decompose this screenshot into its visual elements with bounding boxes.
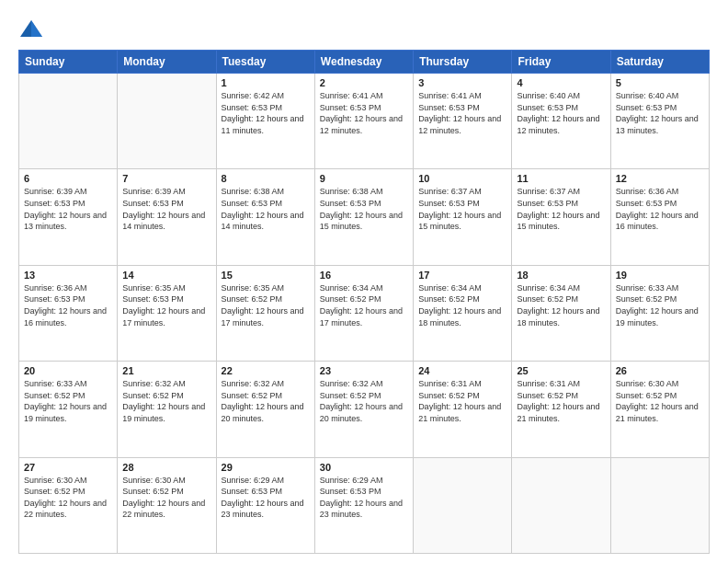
day-info: Sunrise: 6:41 AM Sunset: 6:53 PM Dayligh… xyxy=(320,90,408,136)
day-info: Sunrise: 6:42 AM Sunset: 6:53 PM Dayligh… xyxy=(222,90,310,136)
day-number: 17 xyxy=(418,270,506,281)
day-number: 23 xyxy=(320,365,408,376)
calendar-cell: 26Sunrise: 6:30 AM Sunset: 6:52 PM Dayli… xyxy=(610,362,709,457)
calendar-cell: 27Sunrise: 6:30 AM Sunset: 6:52 PM Dayli… xyxy=(19,457,118,553)
calendar-cell: 4Sunrise: 6:40 AM Sunset: 6:53 PM Daylig… xyxy=(512,74,610,169)
day-info: Sunrise: 6:32 AM Sunset: 6:52 PM Dayligh… xyxy=(222,378,310,424)
day-number: 24 xyxy=(418,365,506,376)
calendar-cell: 10Sunrise: 6:37 AM Sunset: 6:53 PM Dayli… xyxy=(414,169,512,265)
day-number: 3 xyxy=(418,77,506,88)
calendar-cell: 3Sunrise: 6:41 AM Sunset: 6:53 PM Daylig… xyxy=(414,74,512,169)
day-info: Sunrise: 6:31 AM Sunset: 6:52 PM Dayligh… xyxy=(517,378,605,424)
week-row-3: 13Sunrise: 6:36 AM Sunset: 6:53 PM Dayli… xyxy=(19,265,710,361)
day-info: Sunrise: 6:36 AM Sunset: 6:53 PM Dayligh… xyxy=(616,186,704,232)
calendar-cell: 24Sunrise: 6:31 AM Sunset: 6:52 PM Dayli… xyxy=(414,362,512,457)
day-number: 8 xyxy=(222,173,310,184)
page: SundayMondayTuesdayWednesdayThursdayFrid… xyxy=(0,0,728,563)
weekday-header-saturday: Saturday xyxy=(610,51,709,74)
day-number: 11 xyxy=(517,173,605,184)
day-number: 18 xyxy=(517,270,605,281)
day-number: 29 xyxy=(222,462,310,473)
day-info: Sunrise: 6:40 AM Sunset: 6:53 PM Dayligh… xyxy=(616,90,704,136)
calendar-cell: 1Sunrise: 6:42 AM Sunset: 6:53 PM Daylig… xyxy=(216,74,314,169)
day-number: 2 xyxy=(320,77,408,88)
day-info: Sunrise: 6:31 AM Sunset: 6:52 PM Dayligh… xyxy=(418,378,506,424)
day-info: Sunrise: 6:37 AM Sunset: 6:53 PM Dayligh… xyxy=(517,186,605,232)
calendar-cell: 21Sunrise: 6:32 AM Sunset: 6:52 PM Dayli… xyxy=(118,362,216,457)
day-info: Sunrise: 6:36 AM Sunset: 6:53 PM Dayligh… xyxy=(24,282,112,328)
day-number: 25 xyxy=(517,365,605,376)
calendar-cell: 20Sunrise: 6:33 AM Sunset: 6:52 PM Dayli… xyxy=(19,362,118,457)
weekday-header-monday: Monday xyxy=(118,51,216,74)
weekday-header-thursday: Thursday xyxy=(414,51,512,74)
calendar-cell: 23Sunrise: 6:32 AM Sunset: 6:52 PM Dayli… xyxy=(314,362,413,457)
day-info: Sunrise: 6:38 AM Sunset: 6:53 PM Dayligh… xyxy=(320,186,408,232)
day-info: Sunrise: 6:41 AM Sunset: 6:53 PM Dayligh… xyxy=(418,90,506,136)
calendar-cell: 12Sunrise: 6:36 AM Sunset: 6:53 PM Dayli… xyxy=(610,169,709,265)
header xyxy=(18,17,710,42)
day-number: 27 xyxy=(24,462,112,473)
day-info: Sunrise: 6:33 AM Sunset: 6:52 PM Dayligh… xyxy=(24,378,112,424)
day-number: 7 xyxy=(122,173,210,184)
day-number: 15 xyxy=(222,270,310,281)
day-number: 12 xyxy=(616,173,704,184)
day-number: 9 xyxy=(320,173,408,184)
calendar-cell: 17Sunrise: 6:34 AM Sunset: 6:52 PM Dayli… xyxy=(414,265,512,361)
day-number: 5 xyxy=(616,77,704,88)
calendar-cell: 30Sunrise: 6:29 AM Sunset: 6:53 PM Dayli… xyxy=(314,457,413,553)
day-info: Sunrise: 6:32 AM Sunset: 6:52 PM Dayligh… xyxy=(122,378,210,424)
day-number: 1 xyxy=(222,77,310,88)
calendar-cell: 5Sunrise: 6:40 AM Sunset: 6:53 PM Daylig… xyxy=(610,74,709,169)
day-number: 21 xyxy=(122,365,210,376)
day-info: Sunrise: 6:34 AM Sunset: 6:52 PM Dayligh… xyxy=(418,282,506,328)
weekday-header-sunday: Sunday xyxy=(19,51,118,74)
week-row-1: 1Sunrise: 6:42 AM Sunset: 6:53 PM Daylig… xyxy=(19,74,710,169)
day-number: 13 xyxy=(24,270,112,281)
calendar-table: SundayMondayTuesdayWednesdayThursdayFrid… xyxy=(18,50,710,554)
calendar-cell: 19Sunrise: 6:33 AM Sunset: 6:52 PM Dayli… xyxy=(610,265,709,361)
week-row-5: 27Sunrise: 6:30 AM Sunset: 6:52 PM Dayli… xyxy=(19,457,710,553)
day-number: 4 xyxy=(517,77,605,88)
calendar-cell: 16Sunrise: 6:34 AM Sunset: 6:52 PM Dayli… xyxy=(314,265,413,361)
calendar-cell: 29Sunrise: 6:29 AM Sunset: 6:53 PM Dayli… xyxy=(216,457,314,553)
day-number: 14 xyxy=(122,270,210,281)
calendar-cell: 8Sunrise: 6:38 AM Sunset: 6:53 PM Daylig… xyxy=(216,169,314,265)
calendar-cell: 11Sunrise: 6:37 AM Sunset: 6:53 PM Dayli… xyxy=(512,169,610,265)
calendar-cell: 13Sunrise: 6:36 AM Sunset: 6:53 PM Dayli… xyxy=(19,265,118,361)
logo-icon xyxy=(18,17,44,42)
day-info: Sunrise: 6:30 AM Sunset: 6:52 PM Dayligh… xyxy=(24,475,112,521)
calendar-cell: 2Sunrise: 6:41 AM Sunset: 6:53 PM Daylig… xyxy=(314,74,413,169)
day-number: 20 xyxy=(24,365,112,376)
calendar-cell: 7Sunrise: 6:39 AM Sunset: 6:53 PM Daylig… xyxy=(118,169,216,265)
calendar-cell: 28Sunrise: 6:30 AM Sunset: 6:52 PM Dayli… xyxy=(118,457,216,553)
day-info: Sunrise: 6:29 AM Sunset: 6:53 PM Dayligh… xyxy=(222,475,310,521)
day-number: 16 xyxy=(320,270,408,281)
weekday-header-tuesday: Tuesday xyxy=(216,51,314,74)
day-number: 6 xyxy=(24,173,112,184)
calendar-cell xyxy=(610,457,709,553)
calendar-cell xyxy=(19,74,118,169)
weekday-header-wednesday: Wednesday xyxy=(314,51,413,74)
calendar-cell: 22Sunrise: 6:32 AM Sunset: 6:52 PM Dayli… xyxy=(216,362,314,457)
calendar-cell: 9Sunrise: 6:38 AM Sunset: 6:53 PM Daylig… xyxy=(314,169,413,265)
week-row-4: 20Sunrise: 6:33 AM Sunset: 6:52 PM Dayli… xyxy=(19,362,710,457)
calendar-cell xyxy=(512,457,610,553)
calendar-cell: 14Sunrise: 6:35 AM Sunset: 6:53 PM Dayli… xyxy=(118,265,216,361)
day-info: Sunrise: 6:35 AM Sunset: 6:53 PM Dayligh… xyxy=(122,282,210,328)
day-info: Sunrise: 6:39 AM Sunset: 6:53 PM Dayligh… xyxy=(24,186,112,232)
day-info: Sunrise: 6:30 AM Sunset: 6:52 PM Dayligh… xyxy=(122,475,210,521)
day-number: 22 xyxy=(222,365,310,376)
logo xyxy=(18,17,48,42)
day-number: 19 xyxy=(616,270,704,281)
calendar-cell: 18Sunrise: 6:34 AM Sunset: 6:52 PM Dayli… xyxy=(512,265,610,361)
calendar-cell xyxy=(414,457,512,553)
day-number: 28 xyxy=(122,462,210,473)
day-number: 26 xyxy=(616,365,704,376)
day-info: Sunrise: 6:32 AM Sunset: 6:52 PM Dayligh… xyxy=(320,378,408,424)
weekday-header-friday: Friday xyxy=(512,51,610,74)
calendar-cell: 15Sunrise: 6:35 AM Sunset: 6:52 PM Dayli… xyxy=(216,265,314,361)
day-info: Sunrise: 6:30 AM Sunset: 6:52 PM Dayligh… xyxy=(616,378,704,424)
week-row-2: 6Sunrise: 6:39 AM Sunset: 6:53 PM Daylig… xyxy=(19,169,710,265)
calendar-cell: 25Sunrise: 6:31 AM Sunset: 6:52 PM Dayli… xyxy=(512,362,610,457)
day-info: Sunrise: 6:40 AM Sunset: 6:53 PM Dayligh… xyxy=(517,90,605,136)
